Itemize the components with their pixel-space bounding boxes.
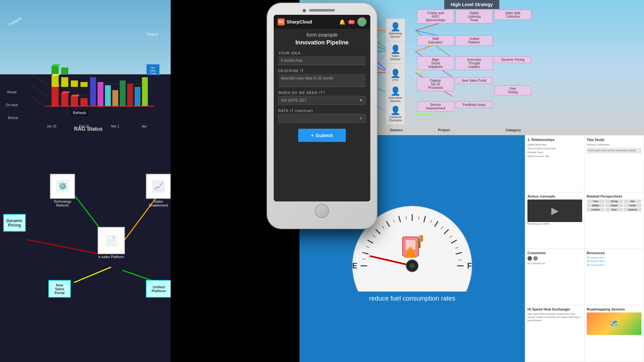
svg-text:Portal: Portal bbox=[150, 72, 156, 75]
panel-relationships[interactable]: 1. Relationships Digital Blog StopTouch … bbox=[526, 136, 584, 192]
axis-behind: Behind bbox=[8, 116, 18, 120]
relation-area: ⚙️ TechnologyRefresh 📈 SalesEnablement 📄… bbox=[0, 135, 171, 362]
when-value: NO DATE SET bbox=[281, 98, 307, 103]
svg-rect-17 bbox=[80, 82, 88, 87]
svg-rect-26 bbox=[127, 84, 133, 106]
describe-label: DESCRIBE IT bbox=[278, 69, 366, 73]
svg-rect-16 bbox=[71, 80, 78, 87]
cat-staff-edu[interactable]: StaffEducation bbox=[417, 35, 454, 46]
matrix-header: High Level Strategy bbox=[444, 0, 499, 9]
panel-airbus[interactable]: Airbus concepts ▶ Exploring eco-effici..… bbox=[526, 192, 584, 248]
cat-charity[interactable]: Charity andNGOSponsorships bbox=[417, 10, 454, 23]
when-select[interactable]: NO DATE SET ▼ bbox=[278, 96, 366, 105]
cat-user-testing[interactable]: UserTesting bbox=[494, 85, 531, 96]
node-unified[interactable]: UnifiedPlatform bbox=[146, 280, 171, 298]
cat-service-meas[interactable]: Servicemeasurement bbox=[417, 101, 454, 112]
cat-exec-thought[interactable]: ExecutiveThoughtLeaders bbox=[456, 56, 493, 70]
node-esales[interactable]: 📄 e-sales Platform bbox=[98, 227, 125, 259]
svg-rect-13 bbox=[52, 76, 59, 87]
when-field: WHEN DO WE NEED IT? NO DATE SET ▼ bbox=[274, 89, 370, 107]
submit-button[interactable]: + Submit bbox=[298, 129, 346, 142]
svg-rect-20 bbox=[61, 68, 68, 74]
cat-new-sales-portal[interactable]: New Sales Portal bbox=[456, 77, 493, 84]
panel-comments-title: Comments bbox=[527, 251, 582, 255]
dropdown-arrow: ▼ bbox=[359, 98, 363, 103]
svg-rect-21 bbox=[90, 77, 96, 106]
svg-marker-19 bbox=[52, 64, 61, 66]
roadmap-thumbnail: 🗺️ bbox=[587, 312, 641, 335]
relation-connections bbox=[0, 135, 171, 362]
airbus-content: Exploring eco-effici... bbox=[527, 222, 582, 226]
cat-sales-data[interactable]: Sales dataCollection bbox=[494, 10, 531, 20]
form-title: form example bbox=[274, 29, 370, 39]
node-sales-enable-label: SalesEnablement bbox=[146, 200, 171, 207]
panel-rel-title: 1. Relationships bbox=[527, 138, 582, 142]
panel-tata-title: Tata Study bbox=[587, 138, 641, 142]
rate-field: RATE IT (optional) ▼ bbox=[274, 107, 370, 125]
phone-outer: SC SharpCloud 🔔 9+ form example Innovati… bbox=[267, 3, 377, 228]
panel-resources[interactable]: Resources 🔗 resource link 1 🔗 resource l… bbox=[585, 249, 643, 305]
svg-rect-27 bbox=[135, 87, 140, 106]
node-dynamic-pricing[interactable]: DynamicPricing bbox=[3, 214, 26, 232]
heat-content: High Speed Heat Exchanger components rea… bbox=[527, 312, 582, 322]
panel-perspectives[interactable]: Related Perspectives Fest Strong Hub Ath… bbox=[585, 192, 643, 248]
phone-speaker bbox=[309, 9, 335, 12]
svg-rect-15 bbox=[61, 77, 68, 87]
svg-point-94 bbox=[408, 247, 413, 252]
node-sales-enable[interactable]: 📈 SalesEnablement bbox=[146, 174, 171, 207]
col-owners: Owners bbox=[390, 128, 402, 132]
cat-unified[interactable]: UnifiedPlatform bbox=[456, 35, 493, 46]
svg-rect-18 bbox=[52, 66, 59, 74]
node-esales-label: e-sales Platform bbox=[98, 255, 125, 259]
col-category: Category bbox=[506, 128, 521, 132]
cat-dynamic-pricing[interactable]: Dynamic Pricing bbox=[494, 56, 531, 63]
phone-screen: SC SharpCloud 🔔 9+ form example Innovati… bbox=[274, 15, 370, 201]
svg-line-4 bbox=[32, 85, 45, 95]
svg-rect-6 bbox=[52, 87, 59, 106]
svg-text:Sales: Sales bbox=[150, 70, 156, 72]
refresh-label[interactable]: Refresh bbox=[71, 110, 88, 116]
person-customer-champion[interactable]: 👤 CustomerChampion bbox=[386, 102, 405, 125]
svg-text:New: New bbox=[151, 67, 156, 69]
screen-header: SC SharpCloud 🔔 9+ bbox=[274, 15, 370, 29]
svg-rect-28 bbox=[142, 77, 148, 106]
person-sales[interactable]: 👤 SalesDirector bbox=[386, 41, 405, 64]
svg-line-5 bbox=[32, 74, 45, 84]
person-marketing[interactable]: 👤 MarketingDirector bbox=[386, 19, 405, 41]
chart-area: Behind On track Ahead RAG Status Jan 16 … bbox=[0, 0, 171, 135]
res-content: 🔗 resource link 1 🔗 resource link 2 🔗 re… bbox=[587, 256, 641, 267]
notif-badge: 9+ bbox=[348, 20, 355, 24]
panel-comments[interactable]: Comments No comments yet bbox=[526, 249, 584, 305]
rate-select[interactable]: ▼ bbox=[278, 114, 366, 123]
panel-heat-exchanger[interactable]: Hi Speed Heat Exchanger High Speed Heat … bbox=[526, 305, 584, 361]
node-tech-refresh[interactable]: ⚙️ TechnologyRefresh bbox=[50, 174, 75, 207]
phone-home-button[interactable] bbox=[315, 204, 329, 218]
panel-tata[interactable]: Tata Study Industry Challenges Lorem ips… bbox=[585, 136, 643, 192]
svg-rect-8 bbox=[61, 93, 68, 106]
sc-icon: SC bbox=[278, 18, 285, 25]
rate-label: RATE IT (optional) bbox=[278, 109, 366, 113]
axis-ahead: Ahead bbox=[7, 90, 16, 94]
cat-digital-listening[interactable]: DigitalListeningPosts bbox=[456, 10, 493, 23]
svg-line-3 bbox=[32, 97, 45, 106]
cat-align-social[interactable]: AlignSocialhelpdesks bbox=[417, 56, 454, 70]
panel-rel-content: Digital Blog StopTouch Points Social Sit… bbox=[527, 143, 582, 158]
screen-logo: SC SharpCloud bbox=[278, 18, 312, 25]
describe-input[interactable]: describe your idea in 20 words bbox=[278, 74, 366, 87]
svg-rect-23 bbox=[105, 85, 111, 106]
comments-content: No comments yet bbox=[527, 262, 582, 265]
phone-area: SC SharpCloud 🔔 9+ form example Innovati… bbox=[261, 0, 383, 362]
node-new-sales[interactable]: NewSalesPortal bbox=[48, 280, 71, 298]
cat-feedback-loops[interactable]: Feedback loops bbox=[456, 101, 493, 108]
idea-input[interactable]: 5 words max bbox=[278, 56, 366, 65]
user-avatar[interactable] bbox=[357, 17, 366, 26]
cat-digitise[interactable]: Digitisetop 10Processes bbox=[417, 77, 454, 91]
panel-roadmap[interactable]: Roadmapping Session 🗺️ bbox=[585, 305, 643, 361]
bell-icon[interactable]: 🔔 bbox=[339, 19, 346, 25]
when-label: WHEN DO WE NEED IT? bbox=[278, 91, 366, 95]
svg-rect-12 bbox=[80, 98, 88, 106]
panel-tata-content: Industry Challenges bbox=[587, 143, 641, 146]
panel-heat-title: Hi Speed Heat Exchanger bbox=[527, 307, 582, 311]
phone-camera bbox=[303, 9, 306, 12]
panel-airbus-title: Airbus concepts bbox=[527, 194, 582, 198]
